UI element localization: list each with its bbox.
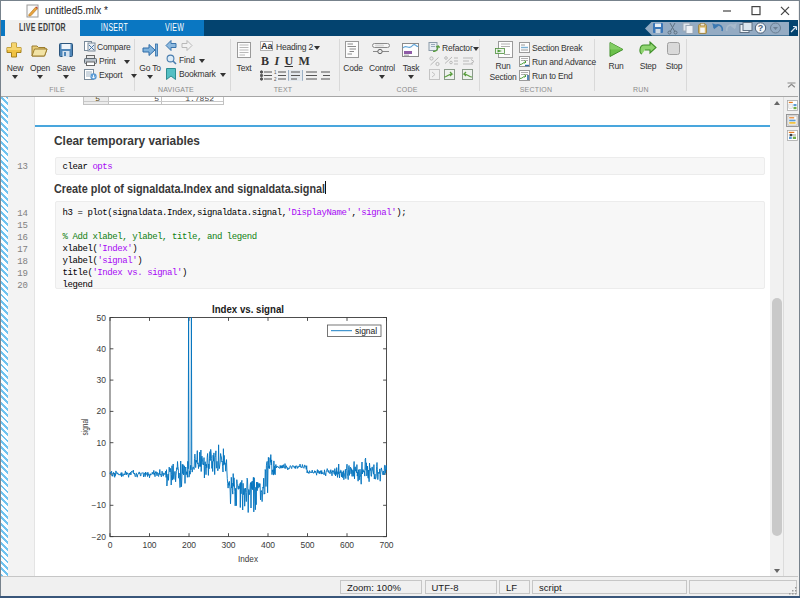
svg-text:0: 0	[108, 540, 113, 550]
svg-text:300: 300	[221, 540, 235, 550]
svg-text:Index: Index	[238, 553, 258, 564]
svg-text:400: 400	[261, 540, 275, 550]
svg-text:30: 30	[97, 375, 107, 385]
svg-text:100: 100	[142, 540, 156, 550]
svg-text:50: 50	[97, 313, 107, 323]
svg-text:−10: −10	[92, 500, 107, 510]
svg-text:20: 20	[97, 406, 107, 416]
svg-text:40: 40	[97, 344, 107, 354]
svg-text:2: 2	[274, 77, 277, 82]
svg-text:600: 600	[340, 540, 354, 550]
svg-text:?: ?	[758, 23, 764, 33]
svg-text:10: 10	[97, 438, 107, 448]
svg-text:500: 500	[300, 540, 314, 550]
svg-text:0: 0	[101, 469, 106, 479]
svg-text:−20: −20	[92, 532, 107, 542]
svg-text:1: 1	[274, 70, 277, 75]
svg-text:signal: signal	[355, 326, 377, 336]
svg-text:700: 700	[379, 540, 393, 550]
svg-text:signal: signal	[79, 419, 90, 436]
svg-text:Index vs. signal: Index vs. signal	[212, 303, 284, 315]
svg-text:200: 200	[182, 540, 196, 550]
